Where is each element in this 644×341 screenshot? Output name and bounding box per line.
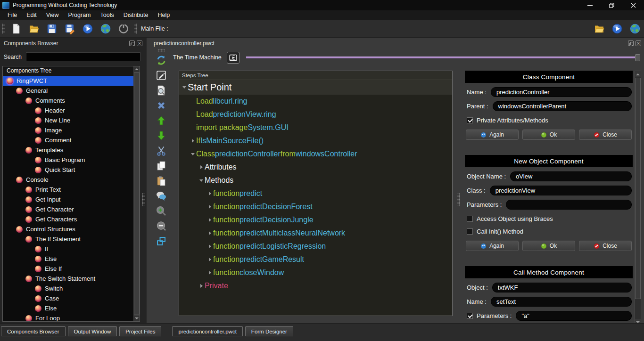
expand-down-icon[interactable] xyxy=(198,179,205,182)
field-input-parameters[interactable] xyxy=(516,311,632,321)
tree-item-templates[interactable]: Templates xyxy=(3,145,133,155)
save-icon[interactable] xyxy=(46,23,58,34)
comment-icon[interactable] xyxy=(156,190,167,202)
doc-tab-predictioncontroller-pwct[interactable]: predictioncontroller.pwct xyxy=(172,326,242,336)
tree-item-for-loop[interactable]: For Loop xyxy=(3,313,133,321)
ok-button[interactable]: Ok xyxy=(522,130,575,140)
tree-item-get-characters[interactable]: Get Characters xyxy=(3,214,133,224)
step-row[interactable]: Start Point xyxy=(179,80,452,95)
tree-item-new-line[interactable]: New Line xyxy=(3,115,133,125)
expand-right-icon[interactable] xyxy=(190,139,196,143)
editor-float-icon[interactable] xyxy=(628,41,634,46)
tab-components-browser[interactable]: Components Browser xyxy=(1,326,66,336)
tree-item-the-switch-statement[interactable]: The Switch Statement xyxy=(3,274,133,284)
expand-right-icon[interactable] xyxy=(198,165,205,169)
tree-item-quick-start[interactable]: Quick Start xyxy=(3,165,133,175)
new-file-icon[interactable] xyxy=(10,23,22,34)
field-input-object-name[interactable] xyxy=(510,171,632,181)
scroll-up-icon[interactable] xyxy=(134,66,140,73)
field-input-name[interactable] xyxy=(491,297,632,307)
step-row[interactable]: function predict xyxy=(179,187,452,200)
step-row[interactable]: import package System.GUI xyxy=(179,121,452,134)
step-row[interactable]: Load libcurl.ring xyxy=(179,95,452,108)
menu-item-program[interactable]: Program xyxy=(64,11,96,19)
run-icon[interactable] xyxy=(82,23,93,34)
tab-project-files[interactable]: Project Files xyxy=(119,326,161,336)
step-row[interactable]: function predictLogisticRegression xyxy=(179,240,452,253)
globe-icon[interactable] xyxy=(100,23,111,34)
detach-icon[interactable] xyxy=(156,235,167,247)
tree-item-control-structures[interactable]: Control Structures xyxy=(3,224,133,234)
time-machine-slider[interactable] xyxy=(246,54,640,62)
expand-right-icon[interactable] xyxy=(206,271,213,275)
step-row[interactable]: function predictGameResult xyxy=(179,253,452,266)
view-source-icon[interactable] xyxy=(156,85,167,96)
menu-item-tools[interactable]: Tools xyxy=(96,11,119,19)
tree-item-get-character[interactable]: Get Character xyxy=(3,204,133,214)
scroll-down-icon[interactable] xyxy=(134,315,140,321)
scroll-up-icon[interactable] xyxy=(635,71,641,77)
tree-item-image[interactable]: Image xyxy=(3,125,133,135)
scroll-thumb[interactable] xyxy=(134,73,140,315)
checkbox-access-object-using-braces[interactable] xyxy=(467,216,473,222)
step-row[interactable]: Class predictionController from windowsC… xyxy=(179,147,452,161)
expand-right-icon[interactable] xyxy=(206,258,213,261)
panel-close-icon[interactable] xyxy=(137,41,142,46)
open-folder-icon[interactable] xyxy=(594,23,605,34)
components-tree-scrollbar[interactable] xyxy=(133,66,140,321)
time-machine-play-icon[interactable] xyxy=(227,52,239,64)
tree-item-if[interactable]: If xyxy=(3,244,133,254)
editor-close-icon[interactable] xyxy=(636,41,641,46)
menu-item-edit[interactable]: Edit xyxy=(22,11,41,19)
move-down-icon[interactable] xyxy=(156,130,167,141)
tree-item-else-if[interactable]: Else If xyxy=(3,264,133,274)
tree-item-header[interactable]: Header xyxy=(3,106,133,115)
tree-item-switch[interactable]: Switch xyxy=(3,284,133,293)
checkbox-parameters[interactable] xyxy=(467,313,473,319)
zoom-in-icon[interactable] xyxy=(156,205,167,217)
tree-item-comment[interactable]: Comment xyxy=(3,135,133,145)
open-folder-icon[interactable] xyxy=(28,23,40,34)
again-button[interactable]: Again xyxy=(466,241,519,251)
zoom-out-icon[interactable] xyxy=(156,220,167,232)
tree-item-print-text[interactable]: Print Text xyxy=(3,185,133,195)
tree-item-case[interactable]: Case xyxy=(3,293,133,303)
tree-item-general[interactable]: General xyxy=(3,86,133,96)
ok-button[interactable]: Ok xyxy=(522,241,575,251)
expand-right-icon[interactable] xyxy=(206,231,213,235)
panel-float-icon[interactable] xyxy=(129,41,135,46)
tree-item-else[interactable]: Else xyxy=(3,303,133,313)
step-row[interactable]: function predictDecisionForest xyxy=(179,200,452,213)
run-icon[interactable] xyxy=(611,23,623,34)
checkbox-call-init-method[interactable] xyxy=(467,228,473,235)
splitter-handle[interactable] xyxy=(142,193,145,206)
expand-down-icon[interactable] xyxy=(181,86,188,89)
tree-item-get-input[interactable]: Get Input xyxy=(3,195,133,204)
expand-down-icon[interactable] xyxy=(190,153,196,155)
menu-item-distribute[interactable]: Distribute xyxy=(119,11,153,19)
copy-icon[interactable] xyxy=(156,160,167,171)
delete-icon[interactable] xyxy=(156,100,167,111)
again-button[interactable]: Again xyxy=(466,130,519,140)
step-row[interactable]: Attributes xyxy=(179,161,452,174)
power-icon[interactable] xyxy=(118,23,129,34)
tree-item-comments[interactable]: Comments xyxy=(3,96,133,106)
menu-item-file[interactable]: File xyxy=(3,11,22,19)
expand-right-icon[interactable] xyxy=(198,284,205,288)
field-input-object[interactable] xyxy=(492,283,632,292)
splitter-handle[interactable] xyxy=(457,193,460,206)
tree-item-basic-program[interactable]: Basic Program xyxy=(3,155,133,165)
slider-handle[interactable] xyxy=(635,54,640,61)
restore-icon[interactable] xyxy=(601,0,622,10)
search-input[interactable] xyxy=(26,52,140,61)
forms-scrollbar[interactable] xyxy=(635,71,641,325)
menu-item-view[interactable]: View xyxy=(41,11,64,19)
checkbox-private-attributes-methods[interactable] xyxy=(467,117,473,123)
move-up-icon[interactable] xyxy=(156,115,167,126)
tree-item-the-if-statement[interactable]: The If Statement xyxy=(3,234,133,244)
step-row[interactable]: function predictMulticlassNeuralNetwork xyxy=(179,227,452,240)
field-input-class[interactable] xyxy=(490,186,632,195)
step-row[interactable]: Private xyxy=(179,279,452,292)
paste-icon[interactable] xyxy=(156,175,167,187)
step-row[interactable]: function closeWindow xyxy=(179,266,452,279)
